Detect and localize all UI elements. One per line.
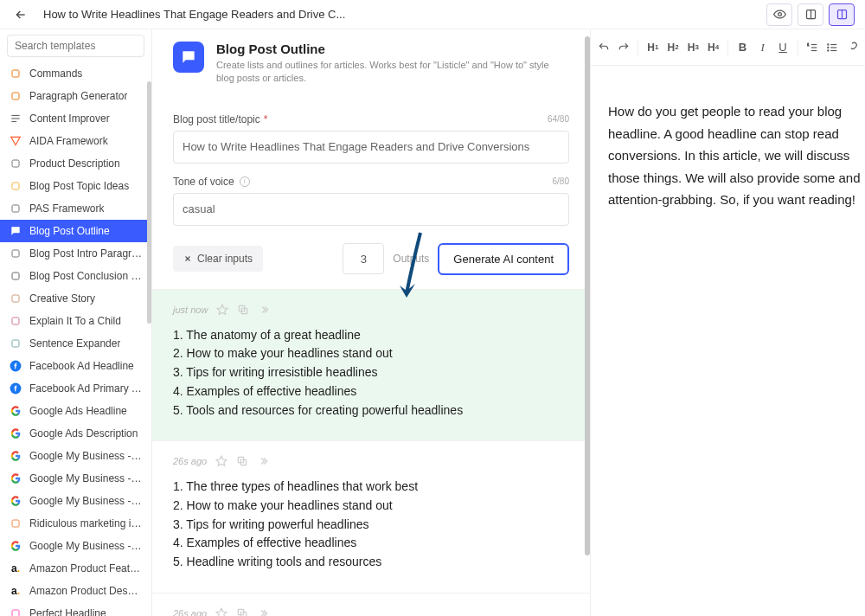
rect-icon <box>804 8 817 21</box>
generate-button[interactable]: Generate AI content <box>438 243 569 275</box>
chat-icon <box>9 247 22 260</box>
outputs-count[interactable]: 3 <box>343 243 384 274</box>
view-preview-button[interactable] <box>766 3 792 26</box>
center-scrollbar[interactable] <box>585 36 590 555</box>
help-icon[interactable]: i <box>240 176 250 187</box>
sidebar-item-blog-post-topic-ideas[interactable]: Blog Post Topic Ideas <box>0 175 151 197</box>
sidebar-item-label: Paragraph Generator <box>29 90 127 102</box>
svg-marker-22 <box>218 305 228 314</box>
svg-rect-10 <box>12 160 19 167</box>
sidebar-item-aida-framework[interactable]: AIDA Framework <box>0 130 151 152</box>
ol-icon: 1 <box>806 42 818 54</box>
sidebar-item-label: Google My Business - Off... <box>29 540 143 552</box>
sidebar-item-google-my-business-pr[interactable]: Google My Business - Pr... <box>0 490 151 512</box>
copy-icon[interactable] <box>237 304 249 316</box>
result-item[interactable]: 26s ago1. The three types of headlines t… <box>152 440 590 592</box>
sidebar-item-blog-post-conclusion-par[interactable]: Blog Post Conclusion Par... <box>0 265 151 287</box>
template-description: Create lists and outlines for articles. … <box>216 59 569 86</box>
view-split-button[interactable] <box>829 3 855 26</box>
result-time: just now <box>173 305 208 315</box>
link-button[interactable] <box>843 35 862 60</box>
sidebar-item-facebook-ad-headline[interactable]: Facebook Ad Headline <box>0 355 151 377</box>
svg-rect-20 <box>12 520 19 527</box>
template-list: CommandsParagraph GeneratorContent Impro… <box>0 62 151 616</box>
italic-button[interactable]: I <box>753 35 772 60</box>
sidebar-scrollbar[interactable] <box>147 81 151 324</box>
h1-button[interactable]: H1 <box>644 35 662 60</box>
copy-icon[interactable] <box>236 455 248 467</box>
sidebar-item-label: Blog Post Conclusion Par... <box>29 270 143 282</box>
search-input[interactable] <box>7 35 144 57</box>
sidebar-item-label: Creative Story <box>29 292 95 305</box>
sidebar-item-explain-it-to-a-child[interactable]: Explain It To a Child <box>0 310 151 332</box>
outline-icon <box>9 224 22 238</box>
tone-counter: 6/80 <box>553 176 569 186</box>
expand-icon[interactable] <box>257 455 269 467</box>
center-panel: Blog Post Outline Create lists and outli… <box>152 29 591 616</box>
svg-rect-16 <box>12 318 19 324</box>
sidebar-item-label: Amazon Product Feature... <box>29 562 143 574</box>
sidebar-item-sentence-expander[interactable]: Sentence Expander <box>0 332 151 355</box>
undo-button[interactable] <box>594 35 612 60</box>
svg-point-38 <box>828 43 829 44</box>
view-single-button[interactable] <box>798 3 823 26</box>
sidebar-item-google-my-business-ev[interactable]: Google My Business - Ev... <box>0 467 151 490</box>
star-icon[interactable] <box>216 304 228 316</box>
sidebar-item-blog-post-outline[interactable]: Blog Post Outline <box>0 220 151 242</box>
sidebar-item-amazon-product-descript[interactable]: a.Amazon Product Descript... <box>0 580 151 602</box>
star-icon[interactable] <box>215 607 227 616</box>
svg-point-0 <box>778 13 781 16</box>
sidebar-item-content-improver[interactable]: Content Improver <box>0 107 151 130</box>
title-input[interactable] <box>173 131 569 164</box>
sidebar-item-paragraph-generator[interactable]: Paragraph Generator <box>0 85 151 107</box>
sidebar-item-label: Blog Post Topic Ideas <box>29 180 129 192</box>
sidebar-item-facebook-ad-primary-text[interactable]: Facebook Ad Primary Text <box>0 377 151 400</box>
sidebar-item-perfect-headline[interactable]: Perfect Headline <box>0 602 151 616</box>
sidebar-item-google-my-business-w[interactable]: Google My Business - W... <box>0 445 151 467</box>
template-title: Blog Post Outline <box>216 42 569 56</box>
pencil-icon <box>9 314 22 328</box>
ordered-list-button[interactable]: 1 <box>803 35 821 60</box>
go-icon <box>9 427 22 440</box>
sidebar-item-google-ads-description[interactable]: Google Ads Description <box>0 422 151 445</box>
bold-button[interactable]: B <box>734 35 752 60</box>
expand-icon <box>9 337 22 350</box>
outputs-label: Outputs <box>393 253 429 265</box>
sidebar-item-google-ads-headline[interactable]: Google Ads Headline <box>0 400 151 422</box>
h3-button[interactable]: H3 <box>684 35 702 60</box>
expand-icon[interactable] <box>257 607 269 616</box>
copy-icon[interactable] <box>236 607 248 616</box>
bullet-list-button[interactable] <box>823 35 842 60</box>
clear-inputs-button[interactable]: Clear inputs <box>173 246 263 272</box>
sidebar-item-blog-post-intro-paragraph[interactable]: Blog Post Intro Paragraph <box>0 242 151 265</box>
h4-button[interactable]: H4 <box>704 35 722 60</box>
sidebar-item-creative-story[interactable]: Creative Story <box>0 287 151 310</box>
page-title: How to Write Headlines That Engage Reade… <box>43 8 766 21</box>
star-icon[interactable] <box>215 455 227 467</box>
required-asterisk: * <box>264 113 268 125</box>
tone-input[interactable] <box>173 193 569 226</box>
sidebar-item-google-my-business-off[interactable]: Google My Business - Off... <box>0 535 151 557</box>
back-button[interactable] <box>10 4 31 25</box>
sidebar: CommandsParagraph GeneratorContent Impro… <box>0 29 152 616</box>
result-item[interactable]: 26s ago1. Start with a catchy headline <box>152 593 590 616</box>
x-icon <box>183 254 192 263</box>
underline-button[interactable]: U <box>773 35 791 60</box>
sidebar-item-amazon-product-feature[interactable]: a.Amazon Product Feature... <box>0 557 151 580</box>
svg-point-39 <box>828 47 829 48</box>
sidebar-item-ridiculous-marketing-ideas[interactable]: Ridiculous marketing ideas <box>0 512 151 535</box>
result-item[interactable]: just now1. The anatomy of a great headli… <box>152 289 590 440</box>
editor-content[interactable]: How do you get people to read your blog … <box>591 66 865 228</box>
sidebar-item-product-description[interactable]: Product Description <box>0 152 151 175</box>
sidebar-item-pas-framework[interactable]: PAS Framework <box>0 197 151 220</box>
expand-icon[interactable] <box>258 304 270 316</box>
face-icon <box>9 292 22 305</box>
editor-toolbar: H1 H2 H3 H4 B I U 1 <box>591 29 865 66</box>
sidebar-item-commands[interactable]: Commands <box>0 62 151 85</box>
chat-icon <box>9 157 22 170</box>
az-icon: a. <box>9 584 22 598</box>
sidebar-item-label: AIDA Framework <box>29 135 108 147</box>
redo-button[interactable] <box>614 35 632 60</box>
h2-button[interactable]: H2 <box>663 35 682 60</box>
tone-field-label: Tone of voice <box>173 176 234 188</box>
